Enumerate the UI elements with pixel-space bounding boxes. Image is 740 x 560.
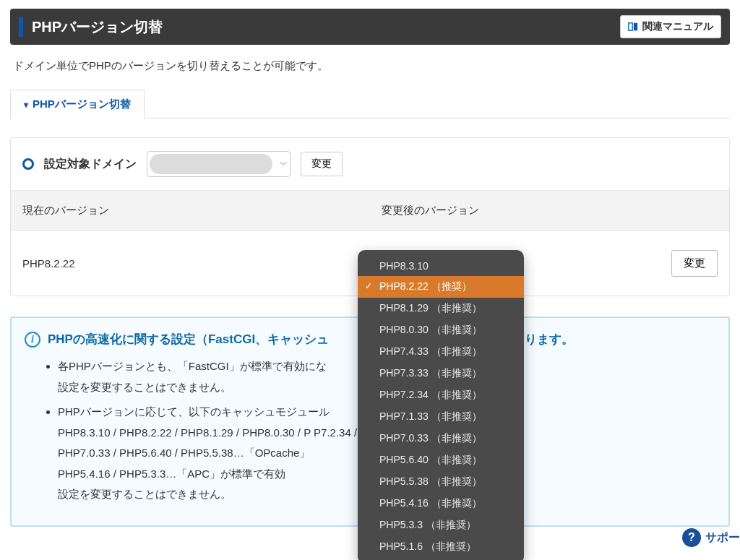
- dropdown-item[interactable]: PHP5.4.16 （非推奨）: [358, 493, 524, 514]
- dropdown-item-label: PHP5.3.3 （非推奨）: [379, 519, 476, 530]
- dropdown-item-label: PHP5.4.16 （非推奨）: [379, 497, 482, 509]
- dropdown-item[interactable]: PHP7.1.33 （非推奨）: [358, 406, 524, 428]
- domain-change-button[interactable]: 変更: [301, 152, 343, 176]
- version-header-row: 現在のバージョン 変更後のバージョン: [11, 190, 729, 231]
- domain-row: 設定対象ドメイン ﹀ 変更: [11, 138, 729, 190]
- dropdown-item-label: PHP7.0.33 （非推奨）: [379, 432, 482, 444]
- domain-select-wrap: ﹀: [147, 151, 291, 177]
- tab-row: ▾ PHPバージョン切替: [10, 89, 730, 119]
- dropdown-item-label: PHP8.0.30 （非推奨）: [379, 324, 482, 335]
- version-change-button[interactable]: 変更: [671, 250, 718, 277]
- radio-icon: [22, 158, 34, 170]
- dropdown-item-label: PHP5.5.38 （非推奨）: [379, 475, 482, 487]
- dropdown-item[interactable]: PHP5.1.6 （非推奨）: [358, 536, 524, 558]
- support-fab[interactable]: ? サポー: [682, 528, 740, 547]
- dropdown-item-label: PHP8.1.29 （非推奨）: [379, 302, 482, 314]
- support-label: サポー: [705, 530, 740, 546]
- header-bar: PHPバージョン切替 関連マニュアル: [10, 9, 730, 45]
- dropdown-item-label: PHP8.2.22 （推奨）: [379, 280, 472, 292]
- page-description: ドメイン単位でPHPのバージョンを切り替えることが可能です。: [13, 59, 727, 73]
- dropdown-item[interactable]: PHP7.4.33 （非推奨）: [358, 341, 524, 363]
- help-icon: ?: [682, 528, 701, 547]
- dropdown-item-label: PHP7.3.33 （非推奨）: [379, 367, 482, 379]
- dropdown-item[interactable]: PHP7.2.34 （非推奨）: [358, 384, 524, 406]
- current-version-value: PHP8.2.22: [11, 231, 370, 296]
- dropdown-item-label: PHP5.1.6 （非推奨）: [379, 540, 476, 552]
- domain-label: 設定対象ドメイン: [44, 157, 137, 172]
- new-version-header: 変更後のバージョン: [370, 191, 729, 231]
- dropdown-item[interactable]: PHP7.0.33 （非推奨）: [358, 428, 524, 449]
- dropdown-item[interactable]: PHP5.6.40 （非推奨）: [358, 449, 524, 471]
- dropdown-item[interactable]: PHP8.1.29 （非推奨）: [358, 298, 524, 319]
- check-icon: ✓: [365, 281, 372, 291]
- domain-select[interactable]: [150, 154, 272, 174]
- svg-rect-1: [634, 23, 637, 31]
- book-icon: [628, 22, 638, 32]
- info-icon: i: [25, 332, 40, 348]
- current-version-header: 現在のバージョン: [11, 191, 370, 231]
- page-title: PHPバージョン切替: [32, 17, 163, 37]
- svg-rect-0: [629, 23, 632, 31]
- dropdown-item[interactable]: PHP5.5.38 （非推奨）: [358, 471, 524, 493]
- dropdown-item-label: PHP7.2.34 （非推奨）: [379, 389, 482, 400]
- related-manual-button[interactable]: 関連マニュアル: [620, 15, 721, 38]
- dropdown-item[interactable]: PHP7.3.33 （非推奨）: [358, 363, 524, 384]
- tab-label: PHPバージョン切替: [33, 98, 131, 111]
- tab-php-version-switch[interactable]: ▾ PHPバージョン切替: [10, 90, 145, 119]
- dropdown-item[interactable]: ✓PHP8.2.22 （推奨）: [358, 276, 524, 298]
- chevron-down-icon: ▾: [24, 100, 28, 110]
- info-title-prefix: PHPの高速化に関する設定（FastCGI、キャッシュ: [48, 332, 329, 346]
- dropdown-item-label: PHP8.3.10: [379, 260, 429, 272]
- dropdown-item-label: PHP7.4.33 （非推奨）: [379, 345, 482, 357]
- dropdown-item-label: PHP7.1.33 （非推奨）: [379, 410, 482, 422]
- header-accent: [19, 17, 23, 37]
- related-manual-label: 関連マニュアル: [642, 20, 713, 33]
- dropdown-item[interactable]: PHP5.3.3 （非推奨）: [358, 514, 524, 536]
- chevron-down-icon[interactable]: ﹀: [280, 159, 288, 170]
- php-version-dropdown[interactable]: PHP8.3.10✓PHP8.2.22 （推奨）PHP8.1.29 （非推奨）P…: [358, 250, 524, 560]
- dropdown-item-label: PHP5.6.40 （非推奨）: [379, 454, 482, 465]
- dropdown-item[interactable]: PHP8.3.10: [358, 256, 524, 276]
- dropdown-item[interactable]: PHP8.0.30 （非推奨）: [358, 319, 524, 341]
